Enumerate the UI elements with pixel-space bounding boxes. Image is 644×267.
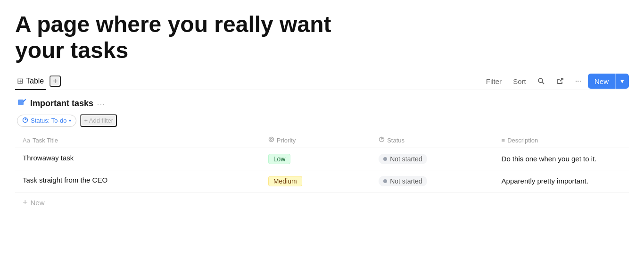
col-header-description: ≡ Description bbox=[494, 133, 629, 148]
tab-table[interactable]: ⊞ Table bbox=[15, 73, 46, 90]
more-button[interactable]: ··· bbox=[570, 74, 586, 88]
section-header: Important tasks ··· bbox=[15, 98, 629, 109]
new-button[interactable]: New ▾ bbox=[588, 74, 629, 89]
priority-badge: Medium bbox=[268, 176, 302, 186]
section-icon bbox=[17, 98, 26, 109]
task-description-cell: Do this one when you get to it. bbox=[494, 148, 629, 170]
priority-badge: Low bbox=[268, 154, 291, 164]
more-icon: ··· bbox=[575, 77, 581, 85]
col-description-label: Description bbox=[507, 137, 538, 144]
filter-label: Filter bbox=[486, 77, 502, 85]
status-badge: Not started bbox=[379, 176, 427, 186]
add-tab-button[interactable]: + bbox=[50, 75, 61, 87]
col-header-title: Aa Task Title bbox=[15, 133, 261, 148]
sort-button[interactable]: Sort bbox=[508, 75, 531, 88]
status-text: Not started bbox=[390, 177, 422, 185]
status-filter-badge[interactable]: Status: To-do ▾ bbox=[17, 115, 76, 127]
section-more-button[interactable]: ··· bbox=[97, 100, 106, 108]
task-title-cell: Throwaway task bbox=[15, 148, 261, 170]
data-table: Aa Task Title Priority bbox=[15, 133, 629, 192]
col-description-icon: ≡ bbox=[502, 137, 505, 144]
new-row-plus-icon: + bbox=[23, 198, 28, 207]
new-row-button[interactable]: + New bbox=[15, 192, 629, 212]
filter-row: Status: To-do ▾ + Add filter bbox=[15, 114, 629, 127]
link-button[interactable] bbox=[552, 75, 569, 88]
task-priority-cell: Low bbox=[261, 148, 371, 170]
task-status-cell: Not started bbox=[371, 148, 494, 170]
svg-point-0 bbox=[538, 78, 543, 83]
status-dot-icon bbox=[383, 179, 387, 183]
col-priority-label: Priority bbox=[277, 137, 296, 144]
status-badge: Not started bbox=[379, 154, 427, 164]
status-dot-icon bbox=[383, 157, 387, 161]
link-icon bbox=[556, 77, 564, 85]
svg-rect-3 bbox=[18, 100, 24, 105]
new-button-chevron[interactable]: ▾ bbox=[615, 74, 629, 89]
search-button[interactable] bbox=[533, 75, 550, 88]
page-container: A page where you really want your tasks … bbox=[0, 0, 644, 212]
filter-badge-icon bbox=[22, 117, 28, 125]
table-row[interactable]: Task straight from the CEOMediumNot star… bbox=[15, 170, 629, 192]
sort-label: Sort bbox=[513, 77, 526, 85]
col-header-status: Status bbox=[371, 133, 494, 148]
filter-button[interactable]: Filter bbox=[481, 75, 506, 88]
col-priority-icon bbox=[268, 136, 274, 144]
svg-line-1 bbox=[542, 82, 544, 84]
col-header-priority: Priority bbox=[261, 133, 371, 148]
tab-table-label: Table bbox=[26, 77, 44, 85]
col-status-label: Status bbox=[387, 137, 405, 144]
table-header-row: Aa Task Title Priority bbox=[15, 133, 629, 148]
section-title: Important tasks bbox=[30, 99, 93, 108]
new-button-label: New bbox=[588, 74, 615, 89]
tab-bar: ⊞ Table + Filter Sort bbox=[15, 73, 629, 90]
svg-point-7 bbox=[269, 137, 273, 142]
table-icon: ⊞ bbox=[17, 76, 23, 85]
task-status-cell: Not started bbox=[371, 170, 494, 192]
new-row-label: New bbox=[31, 199, 45, 207]
col-title-icon: Aa bbox=[23, 137, 30, 144]
content-area: Important tasks ··· Status: To-do ▾ + Ad… bbox=[15, 90, 629, 212]
col-status-icon bbox=[379, 136, 385, 144]
status-filter-label: Status: To-do bbox=[31, 117, 66, 124]
add-filter-button[interactable]: + Add filter bbox=[80, 114, 117, 127]
search-icon bbox=[537, 77, 545, 85]
page-title: A page where you really want your tasks bbox=[15, 11, 345, 63]
tab-bar-right: Filter Sort bbox=[481, 74, 629, 89]
task-title-cell: Task straight from the CEO bbox=[15, 170, 261, 192]
filter-chevron-icon: ▾ bbox=[69, 118, 71, 123]
task-description-cell: Apparently pretty important. bbox=[494, 170, 629, 192]
col-title-label: Task Title bbox=[33, 137, 58, 144]
tab-bar-left: ⊞ Table + bbox=[15, 73, 61, 90]
svg-point-8 bbox=[270, 139, 272, 141]
task-priority-cell: Medium bbox=[261, 170, 371, 192]
status-text: Not started bbox=[390, 155, 422, 163]
table-row[interactable]: Throwaway taskLowNot startedDo this one … bbox=[15, 148, 629, 170]
